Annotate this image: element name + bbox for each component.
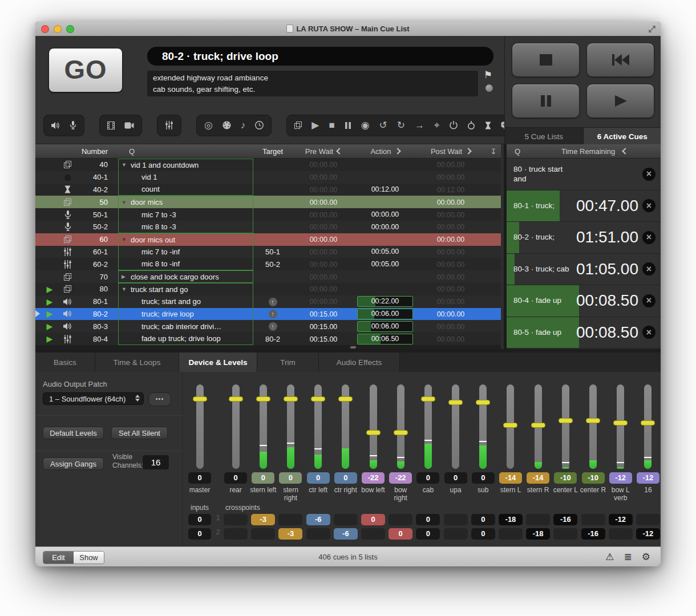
tab-time-loops[interactable]: Time & Loops <box>95 352 179 372</box>
fader-center-R[interactable] <box>589 384 597 469</box>
level-value-stern-right[interactable]: 0 <box>279 472 302 484</box>
cue-name-cell[interactable]: fade up truck; drive loop <box>118 333 253 345</box>
cue-name-cell[interactable]: count <box>118 184 253 196</box>
flag-knob-icon[interactable] <box>485 84 493 92</box>
settings-gear-icon[interactable]: ⚙ <box>642 551 650 563</box>
level-value-stern-R[interactable]: -14 <box>527 472 549 484</box>
expand-group-icon[interactable]: ▶ <box>119 274 128 279</box>
fader-handle[interactable] <box>366 430 381 435</box>
crosspoint-cell[interactable]: 0 <box>471 514 495 525</box>
input-gain-2[interactable]: 0 <box>188 528 211 540</box>
level-value-cab[interactable]: 0 <box>416 472 439 484</box>
assign-gangs-button[interactable]: Assign Gangs <box>43 457 104 470</box>
col-target[interactable]: Target <box>253 147 292 156</box>
disarm-icon[interactable] <box>467 121 475 129</box>
active-cue-row[interactable]: 80-2 · truck;01:51.00× <box>507 222 661 254</box>
fader-upa[interactable] <box>452 384 459 469</box>
cue-row-60[interactable]: 60▼door mics out00:00.0000:00.00 <box>35 233 501 246</box>
action-time-box[interactable]: 00:22.00 <box>357 296 413 307</box>
fader-stern-R[interactable] <box>535 384 542 469</box>
cue-row-80-3[interactable]: ▶80-3truck; cab interior drivi…↑00:15.00… <box>35 320 501 333</box>
fader-handle[interactable] <box>284 396 298 402</box>
crosspoint-cell[interactable]: 0 <box>361 514 385 525</box>
crosspoint-cell[interactable] <box>361 528 385 540</box>
level-value-16[interactable]: -12 <box>637 472 659 484</box>
fader-bow-left[interactable] <box>370 384 377 469</box>
osc-icon[interactable]: ◎ <box>204 120 213 130</box>
action-time-box[interactable]: 00:06.50 <box>357 334 413 345</box>
default-levels-button[interactable]: Default Levels <box>43 427 104 439</box>
crosspoint-cell[interactable] <box>499 528 523 540</box>
pause-icon[interactable] <box>345 121 351 129</box>
fader-handle[interactable] <box>421 396 435 402</box>
fader-ctr-left[interactable] <box>314 384 322 469</box>
level-value-stern-left[interactable]: 0 <box>252 472 274 484</box>
cue-lists-icon[interactable]: ≣ <box>624 551 632 563</box>
crosspoint-cell[interactable] <box>389 514 412 525</box>
cue-row-40[interactable]: 40▼vid 1 and countdown00:00.0000:00.00 <box>35 159 501 171</box>
cue-row-70[interactable]: 70▶close and lock cargo doors00:00.0000:… <box>35 270 501 283</box>
warnings-icon[interactable]: ⚠ <box>605 551 614 563</box>
crosspoint-cell[interactable]: -16 <box>581 528 605 540</box>
crosspoint-cell[interactable] <box>553 528 577 540</box>
cue-name-cell[interactable]: mic 7 to -inf <box>118 246 253 258</box>
wait-icon[interactable] <box>485 121 491 129</box>
mic-icon[interactable] <box>70 121 76 129</box>
note-icon[interactable]: ♪ <box>241 120 246 130</box>
cue-row-80-1[interactable]: ▶80-1truck; start and go↑00:00.0000:22.0… <box>35 295 501 308</box>
crosspoint-cell[interactable] <box>306 528 330 540</box>
stop-cue-button[interactable]: × <box>642 262 655 275</box>
tab-basics[interactable]: Basics <box>35 352 95 372</box>
fader-handle[interactable] <box>613 420 628 425</box>
fullscreen-icon[interactable] <box>648 25 656 33</box>
fader-cab[interactable] <box>424 384 432 469</box>
action-time-box[interactable]: 00:06.00 <box>357 321 413 332</box>
cue-row-50[interactable]: 50▼door mics00:00.0000:00.00 <box>35 196 501 208</box>
cue-name-cell[interactable]: ▼vid 1 and countdown <box>118 159 253 171</box>
cue-name-cell[interactable]: ▼door mics <box>118 196 253 208</box>
col-number[interactable]: Number <box>77 147 112 156</box>
active-cue-row[interactable]: 80-1 · truck;00:47.00× <box>507 191 661 222</box>
col-pre-wait[interactable]: Pre Wait <box>292 147 355 156</box>
start-icon[interactable]: ▶ <box>311 120 319 130</box>
stop-cue-button[interactable]: × <box>642 168 655 181</box>
level-value-bow-L-verb[interactable]: -12 <box>609 472 632 484</box>
cue-name-cell[interactable]: truck; drive loop <box>118 308 253 321</box>
collapse-group-icon[interactable]: ▼ <box>119 286 128 292</box>
cue-row-60-2[interactable]: 60-2mic 8 to -inf50-200:00.0000:05.0000:… <box>35 258 501 270</box>
col-q[interactable]: Q <box>118 144 253 158</box>
midi-icon[interactable] <box>222 121 231 129</box>
stop-cue-button[interactable]: × <box>642 231 655 244</box>
fader-handle[interactable] <box>338 396 353 402</box>
tab-device-levels[interactable]: Device & Levels <box>179 352 257 372</box>
crosspoint-cell[interactable]: -6 <box>334 528 358 540</box>
audio-patch-select[interactable]: 1 – Soundflower (64ch) <box>43 392 144 405</box>
tab-trim[interactable]: Trim <box>257 352 319 372</box>
level-value-bow-right[interactable]: -22 <box>389 472 412 484</box>
active-col-time-remaining[interactable]: Time Remaining <box>561 147 615 156</box>
cue-row-80-4[interactable]: ▶80-4fade up truck; drive loop80-200:15.… <box>35 333 501 345</box>
crosspoint-cell[interactable]: -3 <box>251 514 275 525</box>
cue-name-cell[interactable]: mic 8 to -3 <box>118 221 253 233</box>
go-button[interactable]: GO <box>48 48 123 92</box>
cue-row-50-1[interactable]: 50-1mic 7 to -300:00.0000:00.0000:00.00 <box>35 208 501 221</box>
crosspoint-cell[interactable]: 0 <box>416 528 440 540</box>
cue-notes-field[interactable]: extended highway road ambiance cab sound… <box>147 71 478 96</box>
audio-icon[interactable] <box>51 121 60 129</box>
level-value-bow-left[interactable]: -22 <box>362 472 385 484</box>
active-col-q[interactable]: Q <box>507 147 561 156</box>
cue-row-60-1[interactable]: 60-1mic 7 to -inf50-100:00.0000:05.0000:… <box>35 246 501 258</box>
flag-icon[interactable]: ⚑ <box>484 69 492 81</box>
fader-handle[interactable] <box>394 430 408 435</box>
crosspoint-cell[interactable]: -3 <box>278 528 302 540</box>
crosspoint-cell[interactable]: -18 <box>526 528 550 540</box>
collapse-group-icon[interactable]: ▼ <box>119 162 128 168</box>
crosspoint-cell[interactable]: -12 <box>636 528 660 540</box>
fader-handle[interactable] <box>641 420 655 425</box>
cue-name-cell[interactable]: truck; start and go <box>118 295 253 308</box>
input-gain-1[interactable]: 0 <box>188 514 211 525</box>
crosspoint-cell[interactable] <box>278 514 302 525</box>
cue-name-cell[interactable]: ▼door mics out <box>118 233 253 246</box>
patch-edit-button[interactable]: ••• <box>148 392 171 406</box>
cue-row-40-1[interactable]: ◎40-1vid 100:00.0000:00.00 <box>35 171 501 184</box>
